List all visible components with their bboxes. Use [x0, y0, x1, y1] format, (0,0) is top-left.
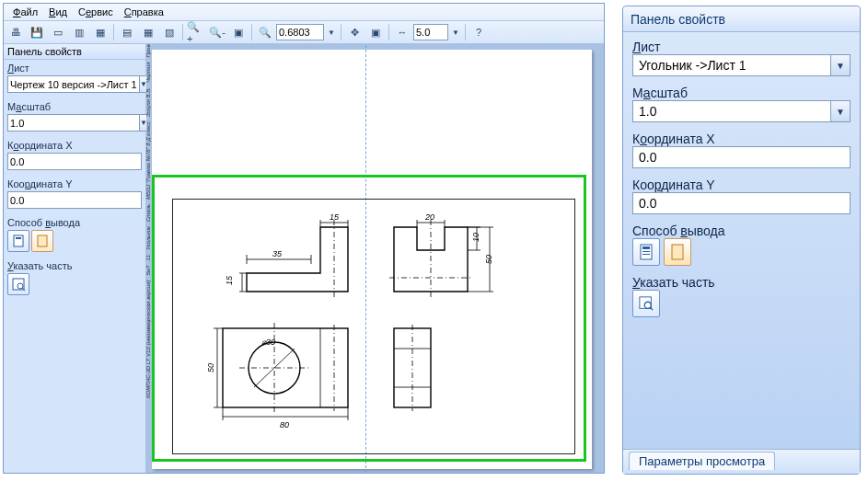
- layout2-icon[interactable]: ▦: [138, 22, 158, 42]
- scale-select[interactable]: [7, 114, 140, 132]
- svg-rect-56: [642, 254, 650, 255]
- output-mode-sheet-icon[interactable]: [664, 238, 691, 266]
- menu-service[interactable]: Сервис: [73, 6, 119, 17]
- sheet-label: Лист: [7, 63, 142, 74]
- zoom-dropdown-icon[interactable]: ▼: [325, 22, 338, 42]
- coordx-label: Координата X: [7, 140, 142, 151]
- coordy-input[interactable]: [633, 193, 850, 213]
- svg-text:80: 80: [280, 420, 289, 429]
- select-part-icon[interactable]: [7, 273, 29, 295]
- scale-label: Масштаб: [7, 101, 142, 112]
- layout3-icon[interactable]: ▧: [159, 22, 179, 42]
- drawing-border: КОМПАС-3D LT V10 (некоммерческая версия)…: [172, 199, 575, 454]
- step-input[interactable]: [413, 24, 448, 40]
- print-icon[interactable]: 🖶: [6, 22, 26, 42]
- scale-select[interactable]: [633, 101, 830, 121]
- zoom-fit-icon[interactable]: ▣: [228, 22, 249, 42]
- svg-text:50: 50: [484, 255, 493, 264]
- toolbar: 🖶 💾 ▭ ▥ ▦ ▤ ▦ ▧ 🔍+ 🔍- ▣ 🔍 ▼ ✥ ▣ ↔ ▼ ?: [4, 21, 604, 44]
- svg-text:15: 15: [330, 212, 340, 222]
- app-window: ФФайлайл Вид Сервис Справка 🖶 💾 ▭ ▥ ▦ ▤ …: [3, 3, 605, 474]
- menu-bar: ФФайлайл Вид Сервис Справка: [4, 4, 604, 21]
- chevron-down-icon[interactable]: ▼: [830, 55, 850, 75]
- sheet-label: Лист: [632, 40, 851, 54]
- svg-text:⌀30: ⌀30: [261, 338, 275, 347]
- move-icon[interactable]: ✥: [344, 22, 365, 42]
- sheet-select[interactable]: [633, 55, 830, 75]
- coordx-input[interactable]: [7, 153, 142, 170]
- svg-rect-2: [38, 235, 47, 246]
- properties-panel-right: Панель свойств Лист ▼ Масштаб ▼ Координа…: [622, 6, 861, 475]
- output-mode-page-icon[interactable]: [7, 230, 29, 252]
- layout1-icon[interactable]: ▤: [117, 22, 137, 42]
- title-block-text: КОМПАС-3D LT V10 (некоммерческая версия)…: [145, 44, 151, 398]
- zoom-icon[interactable]: 🔍: [255, 22, 275, 42]
- part-label: Указать часть: [632, 275, 851, 290]
- select-part-icon[interactable]: [632, 290, 660, 317]
- help-icon[interactable]: ?: [469, 22, 489, 42]
- svg-text:15: 15: [225, 275, 234, 285]
- scale-label: Масштаб: [632, 86, 851, 100]
- chevron-down-icon[interactable]: ▼: [830, 101, 850, 121]
- save-icon[interactable]: 💾: [27, 22, 47, 42]
- target-icon[interactable]: ▣: [365, 22, 386, 42]
- menu-view[interactable]: Вид: [43, 6, 73, 17]
- zoom-input[interactable]: [276, 24, 324, 40]
- drawing-canvas[interactable]: КОМПАС-3D LT V10 (некоммерческая версия)…: [146, 44, 604, 473]
- paper-sheet: КОМПАС-3D LT V10 (некоммерческая версия)…: [152, 50, 592, 469]
- menu-file[interactable]: ФФайлайл: [7, 6, 43, 17]
- coordy-label: Координата Y: [632, 178, 851, 192]
- output-label: Способ вывода: [632, 223, 851, 238]
- panel-title: Панель свойств: [4, 44, 145, 60]
- svg-rect-0: [14, 235, 23, 246]
- menu-help[interactable]: Справка: [119, 6, 169, 17]
- output-label: Способ вывода: [7, 217, 142, 228]
- svg-text:35: 35: [272, 249, 283, 258]
- panel-title: Панель свойств: [623, 6, 860, 32]
- svg-line-60: [650, 307, 653, 310]
- ruler-icon[interactable]: ↔: [392, 22, 412, 42]
- svg-rect-57: [672, 245, 683, 259]
- part-label: Указать часть: [7, 260, 142, 271]
- sheet-select[interactable]: [7, 75, 140, 93]
- step-dropdown-icon[interactable]: ▼: [449, 22, 462, 42]
- tab-view-params[interactable]: Параметры просмотра: [629, 452, 775, 470]
- page-icon[interactable]: ▭: [48, 22, 68, 42]
- svg-text:20: 20: [424, 212, 434, 222]
- pages-icon[interactable]: ▥: [69, 22, 89, 42]
- svg-text:10: 10: [471, 233, 480, 242]
- grid-icon[interactable]: ▦: [90, 22, 110, 42]
- zoom-in-icon[interactable]: 🔍+: [186, 22, 206, 42]
- svg-rect-1: [16, 237, 21, 239]
- zoom-out-icon[interactable]: 🔍-: [207, 22, 227, 42]
- coordy-label: Координата Y: [7, 178, 142, 189]
- svg-rect-55: [642, 251, 650, 252]
- svg-text:50: 50: [206, 363, 215, 372]
- output-mode-page-icon[interactable]: [632, 238, 660, 266]
- technical-drawing: 15 35 15: [173, 200, 574, 453]
- svg-rect-54: [642, 246, 650, 249]
- coordx-input[interactable]: [633, 147, 850, 167]
- properties-panel-left: Панель свойств Лист ▼ Масштаб ▼ Координа…: [4, 44, 146, 473]
- coordy-input[interactable]: [7, 191, 142, 209]
- output-mode-sheet-icon[interactable]: [31, 230, 53, 252]
- panel-tab-bar: Параметры просмотра: [623, 449, 860, 474]
- coordx-label: Координата X: [632, 132, 851, 146]
